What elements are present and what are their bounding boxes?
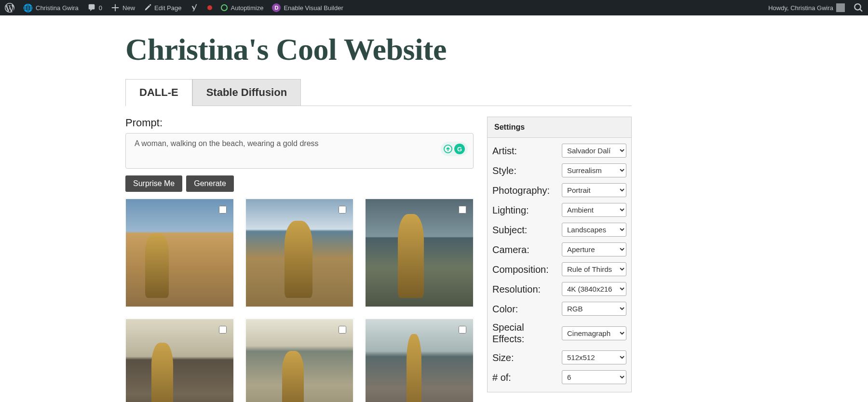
grammarly-up-icon — [444, 145, 452, 153]
enable-vb-label: Enable Visual Builder — [284, 4, 343, 12]
result-checkbox[interactable] — [219, 206, 227, 214]
wp-logo-icon[interactable] — [5, 3, 14, 13]
photography-select[interactable]: Portrait — [562, 183, 626, 197]
style-label: Style: — [492, 165, 562, 176]
pencil-icon — [144, 4, 151, 12]
comment-count: 0 — [99, 4, 102, 12]
camera-select[interactable]: Aperture — [562, 242, 626, 256]
subject-select[interactable]: Landscapes — [562, 223, 626, 237]
result-thumb[interactable] — [365, 199, 474, 307]
new-label: New — [122, 4, 135, 12]
yoast-icon[interactable] — [190, 3, 199, 12]
result-thumb[interactable] — [125, 199, 234, 307]
result-thumb[interactable] — [245, 319, 354, 402]
size-label: Size: — [492, 352, 562, 363]
numof-label: # of: — [492, 372, 562, 383]
generate-button[interactable]: Generate — [186, 175, 234, 192]
edit-page-label: Edit Page — [154, 4, 181, 12]
tab-dalle[interactable]: DALL-E — [125, 79, 192, 106]
sfx-label: Special Effects: — [492, 322, 562, 345]
edit-page-link[interactable]: Edit Page — [144, 4, 181, 12]
divi-link[interactable]: D Enable Visual Builder — [272, 3, 343, 12]
comment-icon — [87, 3, 96, 12]
autoptimize-label: Autoptimize — [231, 4, 263, 12]
lighting-label: Lighting: — [492, 204, 562, 216]
composition-label: Composition: — [492, 264, 562, 275]
result-checkbox[interactable] — [339, 206, 346, 214]
color-label: Color: — [492, 303, 562, 315]
settings-panel: Settings Artist:Salvador Dalí Style:Surr… — [487, 117, 632, 392]
results-grid — [125, 199, 474, 402]
comments-link[interactable]: 0 — [87, 3, 102, 12]
composition-select[interactable]: Rule of Thirds — [562, 262, 626, 276]
new-content-link[interactable]: New — [111, 3, 135, 12]
result-checkbox[interactable] — [339, 326, 346, 334]
prompt-label: Prompt: — [125, 117, 474, 129]
settings-header: Settings — [488, 117, 631, 138]
result-checkbox[interactable] — [459, 326, 466, 334]
style-select[interactable]: Surrealism — [562, 163, 626, 177]
avatar-icon — [836, 3, 845, 12]
autoptimize-icon — [221, 4, 228, 11]
surprise-me-button[interactable]: Surprise Me — [125, 175, 182, 192]
numof-select[interactable]: 6 — [562, 370, 626, 384]
artist-label: Artist: — [492, 145, 562, 157]
plus-icon — [111, 3, 120, 12]
site-name-link[interactable]: 🌐 Christina Gwira — [23, 3, 79, 13]
camera-label: Camera: — [492, 244, 562, 255]
resolution-label: Resolution: — [492, 283, 562, 295]
generator-tabs: DALL-E Stable Diffusion — [125, 79, 632, 106]
artist-select[interactable]: Salvador Dalí — [562, 144, 626, 158]
color-select[interactable]: RGB — [562, 302, 626, 316]
sfx-select[interactable]: Cinemagraph — [562, 326, 626, 340]
grammarly-widget[interactable]: G — [441, 142, 468, 156]
result-thumb[interactable] — [245, 199, 354, 307]
resolution-select[interactable]: 4K (3840x216 — [562, 282, 626, 296]
dashboard-icon: 🌐 — [23, 3, 33, 13]
wp-admin-bar: 🌐 Christina Gwira 0 New Edit Page — [0, 0, 868, 15]
page-title: Christina's Cool Website — [125, 32, 632, 67]
tab-stable-diffusion[interactable]: Stable Diffusion — [192, 79, 301, 106]
result-thumb[interactable] — [125, 319, 234, 402]
record-icon[interactable] — [207, 5, 212, 10]
divi-icon: D — [272, 3, 281, 12]
result-checkbox[interactable] — [219, 326, 227, 334]
grammarly-icon: G — [454, 144, 465, 154]
site-name: Christina Gwira — [36, 4, 79, 12]
photography-label: Photography: — [492, 185, 562, 196]
autoptimize-link[interactable]: Autoptimize — [221, 4, 263, 12]
result-checkbox[interactable] — [459, 206, 466, 214]
howdy-text: Howdy, Christina Gwira — [768, 4, 833, 12]
subject-label: Subject: — [492, 224, 562, 236]
lighting-select[interactable]: Ambient — [562, 203, 626, 217]
prompt-input[interactable] — [125, 133, 474, 169]
result-thumb[interactable] — [365, 319, 474, 402]
size-select[interactable]: 512x512 — [562, 350, 626, 364]
my-account-link[interactable]: Howdy, Christina Gwira — [768, 3, 845, 12]
search-button[interactable] — [854, 3, 863, 13]
